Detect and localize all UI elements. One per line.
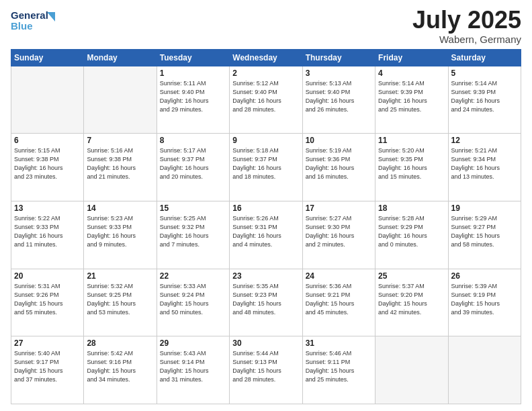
logo: General Blue	[11, 7, 71, 36]
cell-date-number: 7	[87, 136, 153, 145]
logo-icon: General Blue	[11, 7, 71, 36]
cell-date-number: 27	[14, 338, 81, 348]
cell-date-number: 11	[378, 136, 445, 145]
calendar-cell: 22Sunrise: 5:33 AM Sunset: 9:24 PM Dayli…	[157, 269, 229, 336]
cell-date-number: 26	[451, 271, 518, 281]
calendar-cell: 25Sunrise: 5:37 AM Sunset: 9:20 PM Dayli…	[375, 269, 448, 336]
cell-date-number: 18	[378, 203, 445, 213]
cell-daylight-info: Sunrise: 5:31 AM Sunset: 9:26 PM Dayligh…	[14, 282, 81, 317]
col-monday: Monday	[84, 49, 157, 66]
calendar-cell: 30Sunrise: 5:44 AM Sunset: 9:13 PM Dayli…	[230, 336, 302, 404]
cell-daylight-info: Sunrise: 5:25 AM Sunset: 9:32 PM Dayligh…	[160, 214, 226, 249]
cell-daylight-info: Sunrise: 5:46 AM Sunset: 9:11 PM Dayligh…	[306, 349, 372, 384]
cell-daylight-info: Sunrise: 5:44 AM Sunset: 9:13 PM Dayligh…	[232, 349, 299, 384]
calendar-cell: 19Sunrise: 5:29 AM Sunset: 9:27 PM Dayli…	[448, 201, 521, 269]
calendar-cell: 23Sunrise: 5:35 AM Sunset: 9:23 PM Dayli…	[230, 269, 302, 336]
cell-daylight-info: Sunrise: 5:18 AM Sunset: 9:37 PM Dayligh…	[232, 146, 299, 181]
cell-date-number: 13	[14, 203, 81, 213]
cell-date-number: 15	[160, 203, 226, 213]
calendar-header-row: Sunday Monday Tuesday Wednesday Thursday…	[11, 49, 521, 66]
cell-date-number: 9	[232, 136, 299, 145]
cell-date-number: 29	[160, 338, 226, 348]
calendar-week-5: 27Sunrise: 5:40 AM Sunset: 9:17 PM Dayli…	[11, 336, 521, 404]
cell-date-number: 30	[232, 338, 299, 348]
calendar-cell: 6Sunrise: 5:15 AM Sunset: 9:38 PM Daylig…	[11, 134, 84, 201]
col-thursday: Thursday	[302, 49, 375, 66]
cell-date-number: 28	[87, 338, 153, 348]
calendar-cell: 15Sunrise: 5:25 AM Sunset: 9:32 PM Dayli…	[157, 201, 229, 269]
cell-date-number: 1	[160, 68, 226, 78]
title-area: July 2025 Wabern, Germany	[412, 7, 521, 45]
cell-daylight-info: Sunrise: 5:16 AM Sunset: 9:38 PM Dayligh…	[87, 146, 153, 181]
calendar-cell: 4Sunrise: 5:14 AM Sunset: 9:39 PM Daylig…	[375, 66, 448, 134]
cell-daylight-info: Sunrise: 5:39 AM Sunset: 9:19 PM Dayligh…	[451, 282, 518, 317]
calendar-week-1: 1Sunrise: 5:11 AM Sunset: 9:40 PM Daylig…	[11, 66, 521, 134]
col-tuesday: Tuesday	[157, 49, 229, 66]
col-saturday: Saturday	[448, 49, 521, 66]
cell-daylight-info: Sunrise: 5:14 AM Sunset: 9:39 PM Dayligh…	[378, 79, 445, 114]
month-title: July 2025	[412, 7, 521, 34]
cell-date-number: 3	[306, 68, 372, 78]
cell-daylight-info: Sunrise: 5:15 AM Sunset: 9:38 PM Dayligh…	[14, 146, 81, 181]
cell-date-number: 31	[306, 338, 372, 348]
cell-daylight-info: Sunrise: 5:20 AM Sunset: 9:35 PM Dayligh…	[378, 146, 445, 181]
cell-date-number: 8	[160, 136, 226, 145]
calendar-cell: 5Sunrise: 5:14 AM Sunset: 9:39 PM Daylig…	[448, 66, 521, 134]
calendar-cell	[375, 336, 448, 404]
calendar-cell: 2Sunrise: 5:12 AM Sunset: 9:40 PM Daylig…	[230, 66, 302, 134]
calendar-week-4: 20Sunrise: 5:31 AM Sunset: 9:26 PM Dayli…	[11, 269, 521, 336]
cell-date-number: 12	[451, 136, 518, 145]
calendar-cell: 14Sunrise: 5:23 AM Sunset: 9:33 PM Dayli…	[84, 201, 157, 269]
calendar-cell: 3Sunrise: 5:13 AM Sunset: 9:40 PM Daylig…	[302, 66, 375, 134]
calendar-cell: 26Sunrise: 5:39 AM Sunset: 9:19 PM Dayli…	[448, 269, 521, 336]
page: General Blue July 2025 Wabern, Germany S…	[0, 0, 532, 411]
cell-daylight-info: Sunrise: 5:19 AM Sunset: 9:36 PM Dayligh…	[306, 146, 372, 181]
cell-daylight-info: Sunrise: 5:23 AM Sunset: 9:33 PM Dayligh…	[87, 214, 153, 249]
location: Wabern, Germany	[412, 34, 521, 45]
cell-date-number: 6	[14, 136, 81, 145]
cell-date-number: 20	[14, 271, 81, 281]
calendar-cell: 7Sunrise: 5:16 AM Sunset: 9:38 PM Daylig…	[84, 134, 157, 201]
cell-daylight-info: Sunrise: 5:35 AM Sunset: 9:23 PM Dayligh…	[232, 282, 299, 317]
cell-date-number: 10	[306, 136, 372, 145]
cell-daylight-info: Sunrise: 5:11 AM Sunset: 9:40 PM Dayligh…	[160, 79, 226, 114]
calendar-week-2: 6Sunrise: 5:15 AM Sunset: 9:38 PM Daylig…	[11, 134, 521, 201]
cell-daylight-info: Sunrise: 5:40 AM Sunset: 9:17 PM Dayligh…	[14, 349, 81, 384]
cell-daylight-info: Sunrise: 5:14 AM Sunset: 9:39 PM Dayligh…	[451, 79, 518, 114]
cell-date-number: 24	[306, 271, 372, 281]
svg-text:Blue: Blue	[11, 20, 33, 32]
cell-date-number: 25	[378, 271, 445, 281]
calendar-cell: 18Sunrise: 5:28 AM Sunset: 9:29 PM Dayli…	[375, 201, 448, 269]
calendar-cell: 17Sunrise: 5:27 AM Sunset: 9:30 PM Dayli…	[302, 201, 375, 269]
calendar-cell: 12Sunrise: 5:21 AM Sunset: 9:34 PM Dayli…	[448, 134, 521, 201]
calendar-cell: 1Sunrise: 5:11 AM Sunset: 9:40 PM Daylig…	[157, 66, 229, 134]
calendar-cell: 29Sunrise: 5:43 AM Sunset: 9:14 PM Dayli…	[157, 336, 229, 404]
cell-date-number: 17	[306, 203, 372, 213]
cell-date-number: 14	[87, 203, 153, 213]
cell-daylight-info: Sunrise: 5:27 AM Sunset: 9:30 PM Dayligh…	[306, 214, 372, 249]
cell-daylight-info: Sunrise: 5:26 AM Sunset: 9:31 PM Dayligh…	[232, 214, 299, 249]
cell-daylight-info: Sunrise: 5:43 AM Sunset: 9:14 PM Dayligh…	[160, 349, 226, 384]
col-wednesday: Wednesday	[230, 49, 302, 66]
cell-daylight-info: Sunrise: 5:37 AM Sunset: 9:20 PM Dayligh…	[378, 282, 445, 317]
cell-date-number: 2	[232, 68, 299, 78]
cell-daylight-info: Sunrise: 5:12 AM Sunset: 9:40 PM Dayligh…	[232, 79, 299, 114]
cell-daylight-info: Sunrise: 5:13 AM Sunset: 9:40 PM Dayligh…	[306, 79, 372, 114]
cell-date-number: 21	[87, 271, 153, 281]
calendar-cell: 20Sunrise: 5:31 AM Sunset: 9:26 PM Dayli…	[11, 269, 84, 336]
cell-daylight-info: Sunrise: 5:21 AM Sunset: 9:34 PM Dayligh…	[451, 146, 518, 181]
cell-date-number: 5	[451, 68, 518, 78]
cell-date-number: 4	[378, 68, 445, 78]
cell-daylight-info: Sunrise: 5:42 AM Sunset: 9:16 PM Dayligh…	[87, 349, 153, 384]
calendar-cell	[84, 66, 157, 134]
cell-date-number: 22	[160, 271, 226, 281]
calendar-cell: 21Sunrise: 5:32 AM Sunset: 9:25 PM Dayli…	[84, 269, 157, 336]
col-friday: Friday	[375, 49, 448, 66]
calendar-cell: 28Sunrise: 5:42 AM Sunset: 9:16 PM Dayli…	[84, 336, 157, 404]
calendar-cell: 13Sunrise: 5:22 AM Sunset: 9:33 PM Dayli…	[11, 201, 84, 269]
col-sunday: Sunday	[11, 49, 84, 66]
calendar-cell: 24Sunrise: 5:36 AM Sunset: 9:21 PM Dayli…	[302, 269, 375, 336]
calendar-cell: 9Sunrise: 5:18 AM Sunset: 9:37 PM Daylig…	[230, 134, 302, 201]
cell-daylight-info: Sunrise: 5:36 AM Sunset: 9:21 PM Dayligh…	[306, 282, 372, 317]
svg-text:General: General	[11, 9, 48, 21]
